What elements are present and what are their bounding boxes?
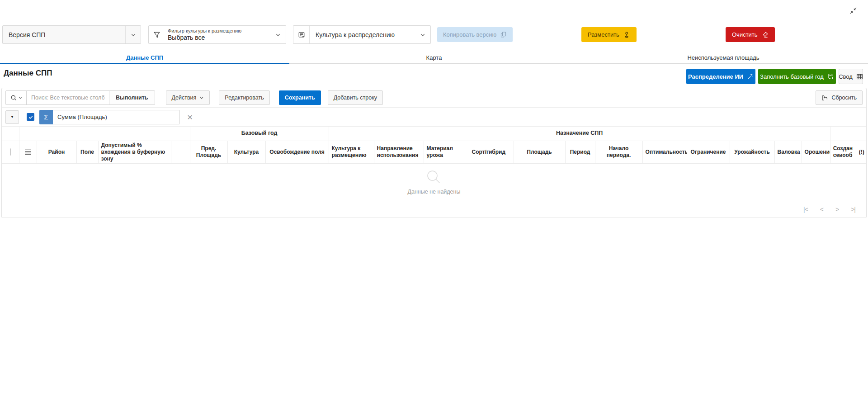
col-urozhainost[interactable]: Урожайность	[730, 141, 774, 163]
database-download-icon	[827, 73, 834, 80]
pin-icon	[623, 31, 630, 38]
actions-label: Действия	[172, 95, 197, 101]
aggregation-dropdown-button[interactable]: ▼	[5, 110, 19, 124]
data-table: Базовый год Назначение СПП Район Поле До…	[2, 127, 866, 164]
data-grid-region: Выполнить Действия Редактировать Сохрани…	[1, 88, 867, 218]
clear-button[interactable]: Очистить	[726, 27, 775, 42]
actions-menu-button[interactable]: Действия	[166, 90, 210, 105]
aggregation-value[interactable]: Сумма (Площадь)	[53, 110, 180, 124]
close-icon[interactable]: ×	[187, 112, 193, 122]
col-dopustimyi-percent[interactable]: Допустимый % вхождения в буферную зону	[98, 141, 171, 163]
search-icon	[10, 95, 17, 101]
reset-icon	[821, 95, 828, 101]
page-title: Данные СПП	[4, 69, 52, 78]
copy-icon	[500, 31, 507, 38]
placement-filter-select[interactable]: Фильтр культуры к размещению Выбрать все	[148, 25, 286, 44]
placement-filter-label: Фильтр культуры к размещению	[168, 28, 270, 33]
col-sozdan-sevooborotom[interactable]: Создан севооб	[830, 141, 856, 163]
caret-down-icon: ▼	[10, 115, 14, 119]
col-ogranichenie[interactable]: Ограничение	[687, 141, 730, 163]
clear-label: Очистить	[732, 31, 758, 38]
go-button[interactable]: Выполнить	[109, 90, 155, 105]
search-input[interactable]	[26, 90, 109, 105]
place-button[interactable]: Разместить	[581, 27, 637, 42]
col-sort-gibrid[interactable]: Сорт/гибрид	[469, 141, 514, 163]
col-pole[interactable]: Поле	[76, 141, 98, 163]
magic-wand-icon	[747, 73, 754, 80]
eraser-icon	[761, 31, 769, 38]
pagination-last-icon[interactable]: >|	[851, 206, 855, 213]
col-period[interactable]: Период	[565, 141, 595, 163]
col-kultura-k-razmeshcheniyu[interactable]: Культура к размещению	[329, 141, 374, 163]
copy-version-button[interactable]: Копировать версию	[437, 27, 513, 42]
col-nachalo-perioda[interactable]: Начало периода.	[595, 141, 642, 163]
grid-toolbar: Выполнить Действия Редактировать Сохрани…	[2, 88, 866, 108]
ai-distribution-label: Распределение ИИ	[688, 73, 743, 80]
col-oroshenie[interactable]: Орошение	[802, 141, 830, 163]
chevron-down-icon[interactable]	[125, 26, 141, 43]
sigma-icon: Σ	[39, 110, 53, 124]
distribution-culture-value: Культура к распределению	[310, 26, 415, 43]
chevron-down-icon[interactable]	[270, 26, 286, 43]
version-select-value: Версия СПП	[3, 26, 125, 43]
placement-filter-value: Выбрать все	[168, 34, 270, 41]
copy-version-label: Копировать версию	[443, 31, 496, 38]
reset-label: Сбросить	[831, 95, 857, 101]
pagination-first-icon[interactable]: |<	[803, 206, 808, 213]
empty-state: Данные не найдены	[2, 164, 866, 201]
col-pred-ploshchad[interactable]: Пред. Площадь	[190, 141, 227, 163]
col-rayon[interactable]: Район	[37, 141, 76, 163]
chevron-down-icon[interactable]	[415, 26, 430, 43]
checklist-icon	[293, 26, 310, 43]
col-optimalnost[interactable]: Оптимальность..	[642, 141, 687, 163]
summary-label: Свод	[839, 73, 853, 80]
tab-neispolzuemaya-ploshchad[interactable]: Неиспользуемая площадь	[579, 52, 868, 63]
check-icon	[28, 114, 33, 120]
tab-dannye-spp[interactable]: Данные СПП	[0, 52, 289, 63]
aggregation-row: ▼ Σ Сумма (Площадь) ×	[2, 108, 866, 127]
distribution-culture-select[interactable]: Культура к распределению	[293, 25, 431, 44]
pagination-bar: |< < > >|	[2, 201, 866, 218]
group-base-year: Базовый год	[190, 127, 329, 141]
col-valovka[interactable]: Валовка	[774, 141, 802, 163]
chevron-down-icon	[19, 96, 22, 100]
version-select[interactable]: Версия СПП	[2, 25, 141, 44]
search-column-selector[interactable]	[5, 90, 27, 105]
pagination-prev-icon[interactable]: <	[820, 206, 823, 213]
fill-base-year-label: Заполнить базовый год	[760, 73, 824, 80]
col-kultura[interactable]: Культура	[227, 141, 265, 163]
col-napravlenie-ispolzovaniya[interactable]: Направление использования	[374, 141, 424, 163]
col-material-urozhaya[interactable]: Материал урожа	[424, 141, 469, 163]
save-button[interactable]: Сохранить	[279, 90, 321, 105]
tab-karta[interactable]: Карта	[289, 52, 579, 63]
col-warning[interactable]: (!)	[856, 141, 866, 163]
empty-message: Данные не найдены	[408, 189, 461, 195]
select-all-checkbox[interactable]	[10, 148, 11, 156]
reset-button[interactable]: Сбросить	[816, 90, 863, 105]
group-assignment: Назначение СПП	[329, 127, 830, 141]
tab-bar: Данные СПП Карта Неиспользуемая площадь	[0, 52, 868, 64]
fill-base-year-button[interactable]: Заполнить базовый год	[758, 69, 836, 84]
aggregation-checkbox[interactable]	[27, 113, 34, 121]
col-ploshchad[interactable]: Площадь	[514, 141, 565, 163]
place-label: Разместить	[588, 31, 619, 38]
search-icon	[426, 169, 442, 185]
summary-button[interactable]: Свод	[839, 69, 863, 84]
column-header-row: Район Поле Допустимый % вхождения в буфе…	[2, 141, 866, 163]
add-row-button[interactable]: Добавить строку	[328, 90, 383, 105]
grid-icon	[856, 73, 863, 80]
collapse-icon[interactable]	[848, 5, 858, 15]
pagination-next-icon[interactable]: >	[835, 206, 839, 213]
chevron-down-icon	[199, 95, 204, 100]
edit-button[interactable]: Редактировать	[219, 90, 269, 105]
menu-icon[interactable]	[24, 149, 32, 155]
col-osvobozhdenie-polya[interactable]: Освобождение поля	[265, 141, 329, 163]
filter-icon	[149, 26, 165, 43]
group-header-row: Базовый год Назначение СПП	[2, 127, 866, 141]
ai-distribution-button[interactable]: Распределение ИИ	[686, 69, 755, 84]
